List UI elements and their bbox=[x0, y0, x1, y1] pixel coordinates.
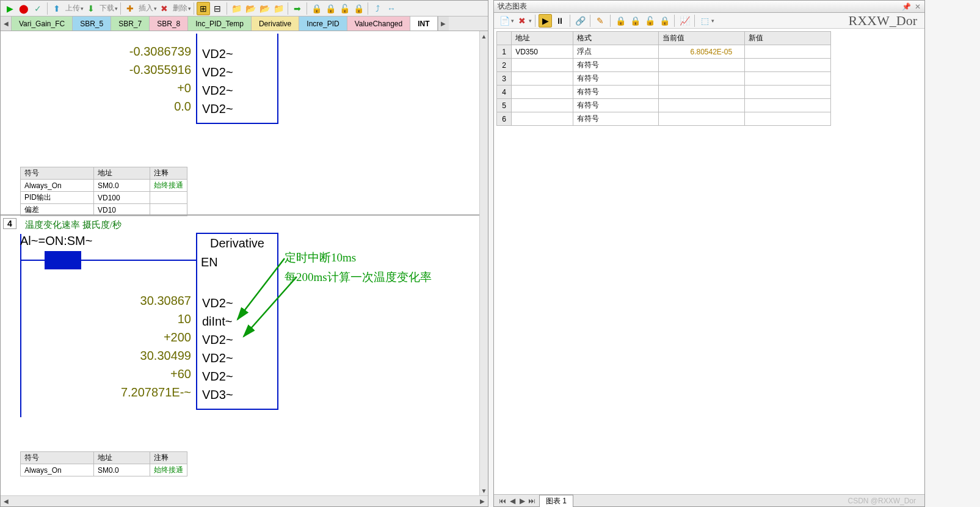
folder-del-icon[interactable]: 📁 bbox=[272, 2, 285, 15]
compile-icon[interactable]: ✓ bbox=[31, 2, 45, 15]
insert-label[interactable]: 插入 bbox=[137, 3, 154, 13]
tab-sbr5[interactable]: SBR_5 bbox=[73, 16, 111, 31]
tab-vari-gain[interactable]: Vari_Gain_FC bbox=[12, 16, 73, 31]
go-icon[interactable]: ➡ bbox=[291, 2, 304, 15]
arrow-2 bbox=[239, 275, 306, 343]
vertical-scrollbar[interactable]: ▲ ▼ bbox=[479, 31, 488, 495]
ladder-bus bbox=[20, 234, 21, 417]
lock-b-icon[interactable]: 🔒 bbox=[628, 14, 642, 27]
pin-icon[interactable]: 📌 bbox=[902, 2, 911, 11]
lock-c-icon[interactable]: 🔓 bbox=[643, 14, 656, 27]
branch-icon[interactable]: ⤴ bbox=[371, 2, 384, 15]
panel-title-bar: 状态图表 📌 ✕ bbox=[494, 1, 924, 13]
symbol-table-2: 符号地址注释 Always_OnSM0.0始终接通 bbox=[20, 451, 187, 476]
status-toolbar: 📄▾ ✖▾ ▶ ⏸ 🔗 ✎ 🔒 🔒 🔓 🔒 📈 ⬚▾ RXXW_Dor bbox=[494, 13, 924, 29]
delete-icon[interactable]: ✖ bbox=[158, 2, 171, 15]
delete-label[interactable]: 删除 bbox=[172, 3, 189, 13]
contact-energized bbox=[45, 251, 81, 269]
block-title: Derivative bbox=[197, 234, 277, 253]
last-icon[interactable]: ⏭ bbox=[527, 497, 537, 505]
tab-int[interactable]: INT bbox=[410, 16, 437, 31]
tab-scroll-left[interactable]: ◀ bbox=[1, 16, 12, 31]
horizontal-scrollbar[interactable]: ◀ ▶ bbox=[1, 495, 488, 506]
run-icon[interactable]: ▶ bbox=[3, 2, 16, 15]
ladder-contact: Al~=ON:SM~ bbox=[20, 234, 92, 248]
block2-vals: 30.30867 10 +200 30.30499 +60 7.207871E-… bbox=[74, 294, 194, 404]
tab-derivative[interactable]: Derivative bbox=[252, 16, 299, 31]
delete-chart-icon[interactable]: ✖ bbox=[515, 14, 529, 27]
tool2-icon[interactable]: ⊟ bbox=[211, 2, 224, 15]
folder2-icon[interactable]: 📂 bbox=[244, 2, 257, 15]
rung-divider bbox=[1, 214, 479, 216]
close-icon[interactable]: ✕ bbox=[915, 2, 921, 11]
new-chart-icon[interactable]: 📄 bbox=[498, 14, 511, 27]
tab-incre-pid[interactable]: Incre_PID bbox=[299, 16, 347, 31]
folder3-icon[interactable]: 📂 bbox=[258, 2, 271, 15]
lock2-icon[interactable]: 🔒 bbox=[324, 2, 337, 15]
lock3-icon[interactable]: 🔓 bbox=[338, 2, 351, 15]
tab-scroll-right[interactable]: ▶ bbox=[438, 16, 449, 31]
tab-valuechanged[interactable]: ValueChanged bbox=[347, 16, 411, 31]
lock4-icon[interactable]: 🔒 bbox=[352, 2, 365, 15]
lock-d-icon[interactable]: 🔒 bbox=[658, 14, 671, 27]
trend-icon[interactable]: 📈 bbox=[678, 14, 691, 27]
status-chart-panel: 状态图表 📌 ✕ 📄▾ ✖▾ ▶ ⏸ 🔗 ✎ 🔒 🔒 🔓 🔒 📈 ⬚▾ RXXW… bbox=[493, 0, 925, 507]
watch-table: 地址 格式 当前值 新值 1VD350浮点6.80542E-05 2有符号 3有… bbox=[496, 31, 831, 126]
pause-icon[interactable]: ⏸ bbox=[553, 14, 567, 27]
ladder-editor[interactable]: -0.3086739 -0.3055916 +0 0.0 VD2~ VD2~ V… bbox=[1, 31, 488, 495]
insert-icon[interactable]: ✚ bbox=[123, 2, 137, 15]
annotation-2: 每200ms计算一次温度变化率 bbox=[285, 269, 432, 285]
symbol-table-1: 符号地址注释 Always_OnSM0.0始终接通 PID输出VD100 偏差V… bbox=[20, 167, 187, 216]
block1-names: VD2~ VD2~ VD2~ VD2~ bbox=[198, 45, 233, 118]
tab-inc-pid-temp[interactable]: Inc_PID_Temp bbox=[188, 16, 252, 31]
editor-tabs: ◀ Vari_Gain_FC SBR_5 SBR_7 SBR_8 Inc_PID… bbox=[1, 16, 488, 31]
chart-tab-1[interactable]: 图表 1 bbox=[539, 495, 573, 507]
link-icon[interactable]: 🔗 bbox=[573, 14, 587, 27]
rung-comment: 温度变化速率 摄氏度/秒 bbox=[25, 219, 122, 231]
scroll-down-icon: ▼ bbox=[480, 486, 488, 495]
watermark: CSDN @RXXW_Dor bbox=[848, 497, 921, 505]
next-icon[interactable]: ▶ bbox=[517, 497, 527, 505]
upload-label[interactable]: 上传 bbox=[64, 3, 81, 13]
prev-icon[interactable]: ◀ bbox=[507, 497, 517, 505]
tool-icon[interactable]: ⊞ bbox=[197, 2, 210, 15]
upload-icon[interactable]: ⬆ bbox=[50, 2, 64, 15]
lock-icon[interactable]: 🔒 bbox=[310, 2, 323, 15]
lock-a-icon[interactable]: 🔒 bbox=[614, 14, 627, 27]
folder-icon[interactable]: 📁 bbox=[230, 2, 243, 15]
format-icon[interactable]: ⬚ bbox=[698, 14, 711, 27]
brand-label: RXXW_Dor bbox=[849, 13, 921, 29]
svg-line-1 bbox=[244, 277, 297, 337]
main-toolbar: ▶ ⬤ ✓ ⬆ 上传▾ ⬇ 下载▾ ✚ 插入▾ ✖ 删除▾ ⊞ ⊟ 📁 📂 📂 … bbox=[1, 1, 488, 16]
chart-tabs-bar: ⏮ ◀ ▶ ⏭ 图表 1 CSDN @RXXW_Dor bbox=[494, 494, 924, 506]
scroll-up-icon: ▲ bbox=[480, 31, 488, 41]
editor-panel: ▶ ⬤ ✓ ⬆ 上传▾ ⬇ 下载▾ ✚ 插入▾ ✖ 删除▾ ⊞ ⊟ 📁 📂 📂 … bbox=[0, 0, 488, 507]
hscroll-left-icon: ◀ bbox=[1, 496, 12, 506]
monitor-icon[interactable]: ▶ bbox=[539, 14, 552, 27]
rung-number[interactable]: 4 bbox=[3, 218, 16, 229]
branch2-icon[interactable]: ↔ bbox=[385, 2, 398, 15]
first-icon[interactable]: ⏮ bbox=[498, 497, 507, 505]
annotation-1: 定时中断10ms bbox=[285, 250, 356, 266]
tab-sbr7[interactable]: SBR_7 bbox=[111, 16, 150, 31]
download-icon[interactable]: ⬇ bbox=[84, 2, 98, 15]
block1-vals: -0.3086739 -0.3055916 +0 0.0 bbox=[74, 45, 194, 118]
tab-sbr8[interactable]: SBR_8 bbox=[150, 16, 188, 31]
stop-icon[interactable]: ⬤ bbox=[17, 2, 31, 15]
panel-title: 状态图表 bbox=[498, 1, 527, 12]
hscroll-right-icon: ▶ bbox=[477, 496, 488, 506]
download-label[interactable]: 下载 bbox=[98, 3, 115, 13]
edit-icon[interactable]: ✎ bbox=[593, 14, 607, 27]
block2-names: VD2~ diInt~ VD2~ VD2~ VD2~ VD3~ bbox=[198, 294, 233, 404]
